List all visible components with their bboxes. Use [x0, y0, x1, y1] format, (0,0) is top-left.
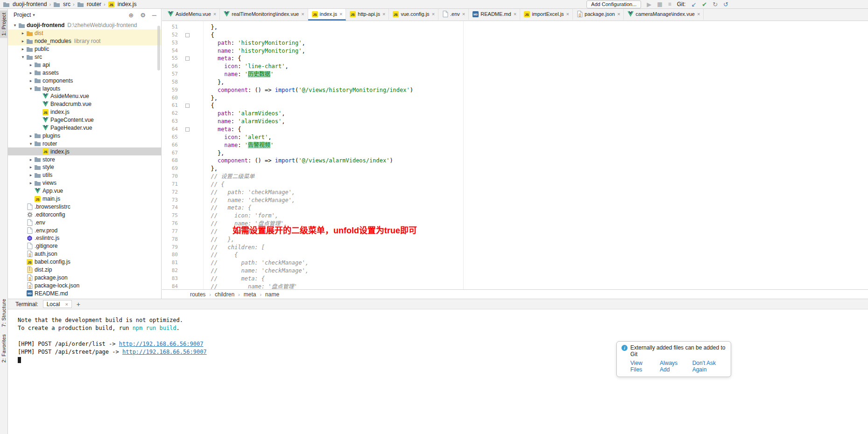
- editor-tab[interactable]: JSindex.js×: [308, 9, 346, 21]
- tree-item[interactable]: .env: [8, 218, 161, 226]
- add-configuration-button[interactable]: Add Configuration...: [586, 0, 641, 8]
- tree-item[interactable]: ▸views: [8, 179, 161, 187]
- breadcrumb-item[interactable]: src: [53, 1, 71, 7]
- tree-item[interactable]: JSindex.js: [8, 108, 161, 116]
- breadcrumb-item[interactable]: meta: [244, 291, 256, 298]
- tool-window-structure[interactable]: 7: Structure: [0, 296, 8, 329]
- settings-gear-icon[interactable]: ⚙: [140, 12, 146, 19]
- breadcrumb-item[interactable]: JSindex.js: [108, 1, 137, 7]
- chevron-right-icon[interactable]: ▸: [28, 78, 34, 83]
- editor-tab[interactable]: .env×: [438, 9, 469, 21]
- breadcrumb-item[interactable]: duoji-frontend: [3, 1, 47, 7]
- editor-tab[interactable]: JShttp-api.js×: [346, 9, 389, 21]
- chevron-down-icon[interactable]: ▾: [28, 86, 34, 91]
- tree-item[interactable]: {}auth.json: [8, 250, 161, 258]
- chevron-right-icon[interactable]: ▸: [20, 47, 26, 51]
- project-view-selector[interactable]: Project ▾: [14, 12, 35, 18]
- fold-icon[interactable]: [185, 127, 190, 132]
- git-commit-icon[interactable]: ✔: [702, 1, 707, 7]
- chevron-down-icon[interactable]: ▾: [12, 23, 18, 28]
- editor-tab[interactable]: JSvue.config.js×: [389, 9, 438, 21]
- tree-item[interactable]: ▸components: [8, 77, 161, 84]
- tree-item[interactable]: ▸api: [8, 61, 161, 69]
- notification-action[interactable]: Don't Ask Again: [692, 360, 726, 373]
- close-icon[interactable]: ×: [339, 11, 342, 17]
- editor-tab[interactable]: JSimportExcel.js×: [520, 9, 573, 21]
- close-icon[interactable]: ×: [462, 11, 465, 17]
- tree-item[interactable]: AsideMenu.vue: [8, 92, 161, 100]
- tree-item[interactable]: .eslintrc.js: [8, 234, 161, 242]
- locate-file-icon[interactable]: ⊕: [128, 12, 134, 19]
- tree-item[interactable]: .browserslistrc: [8, 203, 161, 210]
- tree-item[interactable]: JSbabel.config.js: [8, 258, 161, 266]
- tree-item[interactable]: PageHeader.vue: [8, 124, 161, 132]
- tree-item[interactable]: ▸style: [8, 163, 161, 171]
- close-icon[interactable]: ×: [65, 301, 68, 307]
- tree-item[interactable]: ▾router: [8, 140, 161, 147]
- fold-icon[interactable]: [185, 33, 190, 37]
- tree-item[interactable]: ▾src: [8, 53, 161, 61]
- editor-tab[interactable]: cameraManage\index.vue×: [624, 9, 704, 21]
- close-icon[interactable]: ×: [617, 11, 620, 17]
- tree-item[interactable]: ▸utils: [8, 171, 161, 179]
- close-icon[interactable]: ×: [432, 11, 435, 17]
- close-icon[interactable]: ×: [697, 11, 700, 17]
- chevron-down-icon[interactable]: ▾: [28, 141, 34, 146]
- tree-item[interactable]: MDREADME.md: [8, 289, 161, 297]
- chevron-right-icon[interactable]: ▸: [28, 173, 34, 177]
- tree-item[interactable]: ▸node_moduleslibrary root: [8, 37, 161, 45]
- tree-item[interactable]: PageContent.vue: [8, 116, 161, 124]
- git-revert-icon[interactable]: ↺: [723, 1, 728, 7]
- breadcrumb-item[interactable]: children: [215, 291, 234, 298]
- fold-icon[interactable]: [185, 104, 190, 108]
- chevron-right-icon[interactable]: ▸: [28, 133, 34, 138]
- run-button[interactable]: ▶: [647, 1, 651, 7]
- tool-window-project[interactable]: 1: Project: [0, 10, 8, 38]
- git-history-icon[interactable]: ↻: [713, 1, 718, 7]
- tree-item[interactable]: .gitignore: [8, 242, 161, 250]
- tree-item[interactable]: ▸assets: [8, 69, 161, 77]
- tree-item[interactable]: .env.prod: [8, 226, 161, 234]
- terminal-output[interactable]: Note that the development build is not o…: [8, 309, 868, 364]
- fold-icon[interactable]: [185, 56, 190, 61]
- hide-panel-icon[interactable]: ─: [152, 12, 156, 19]
- terminal-link[interactable]: http://192.168.66.56:9007: [122, 349, 207, 355]
- chevron-right-icon[interactable]: ▸: [20, 31, 26, 35]
- chevron-right-icon[interactable]: ▸: [20, 39, 26, 43]
- terminal-tab-local[interactable]: Local ×: [43, 300, 72, 308]
- tree-item[interactable]: ▾duoji-frontendD:\zheheWeb\duoji-fronten…: [8, 21, 161, 29]
- tree-item[interactable]: JSindex.js: [8, 147, 161, 155]
- tree-item[interactable]: ▸store: [8, 155, 161, 163]
- editor-tab[interactable]: realTimeMonitoring\index.vue×: [220, 9, 308, 21]
- project-scrollbar[interactable]: [157, 26, 160, 70]
- close-icon[interactable]: ×: [566, 11, 569, 17]
- build-icon[interactable]: ▦: [657, 1, 662, 7]
- chevron-right-icon[interactable]: ▸: [28, 157, 34, 162]
- breadcrumb-item[interactable]: name: [265, 291, 279, 298]
- new-terminal-button[interactable]: +: [77, 301, 80, 308]
- tree-item[interactable]: Breadcrumb.vue: [8, 100, 161, 108]
- run-configurations-icon[interactable]: ≡: [668, 1, 671, 7]
- tree-item[interactable]: ▾layouts: [8, 84, 161, 92]
- git-update-icon[interactable]: ↙: [691, 1, 696, 7]
- close-icon[interactable]: ×: [382, 11, 385, 17]
- notification-action[interactable]: View Files: [630, 360, 652, 373]
- tool-window-favorites[interactable]: 2: Favorites: [0, 332, 8, 365]
- tree-item[interactable]: App.vue: [8, 187, 161, 195]
- tree-item[interactable]: ▸dist: [8, 29, 161, 37]
- tree-item[interactable]: JSmain.js: [8, 195, 161, 203]
- breadcrumb-item[interactable]: routes: [190, 291, 205, 298]
- close-icon[interactable]: ×: [514, 11, 516, 17]
- code-editor[interactable]: 51 },52 {53 path: 'historyMonitoring',54…: [162, 21, 868, 289]
- editor-tab[interactable]: AsideMenu.vue×: [164, 9, 220, 21]
- breadcrumb-item[interactable]: router: [77, 1, 101, 7]
- chevron-right-icon[interactable]: ▸: [28, 63, 34, 67]
- close-icon[interactable]: ×: [301, 11, 304, 17]
- tree-item[interactable]: {}package-lock.json: [8, 281, 161, 289]
- chevron-right-icon[interactable]: ▸: [28, 70, 34, 75]
- chevron-right-icon[interactable]: ▸: [28, 181, 34, 185]
- notification-action[interactable]: Always Add: [660, 360, 685, 373]
- chevron-right-icon[interactable]: ▸: [28, 165, 34, 169]
- chevron-down-icon[interactable]: ▾: [20, 55, 26, 59]
- terminal-link[interactable]: http://192.168.66.56:9007: [119, 341, 204, 347]
